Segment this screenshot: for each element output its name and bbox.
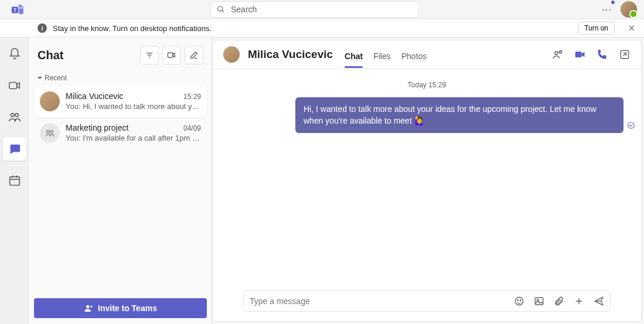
banner-close-button[interactable] [626, 23, 637, 33]
svg-point-26 [628, 122, 635, 129]
person-add-icon [84, 303, 93, 313]
video-icon [167, 50, 176, 60]
read-receipt-icon [627, 121, 635, 132]
video-icon [574, 49, 586, 60]
section-recent[interactable]: Recent [29, 70, 212, 86]
user-avatar[interactable] [621, 1, 637, 18]
audio-call-button[interactable] [597, 49, 608, 60]
compose-icon [189, 50, 199, 60]
people-icon [45, 128, 55, 138]
svg-point-28 [517, 300, 519, 301]
invite-label: Invite to Teams [98, 303, 157, 313]
svg-point-20 [50, 131, 53, 134]
tab-files[interactable]: Files [373, 48, 391, 68]
avatar [40, 91, 60, 111]
more-options-button[interactable]: ⋯ [601, 3, 612, 16]
svg-point-21 [86, 305, 89, 308]
plus-icon [574, 296, 584, 306]
chat-item-time: 15:29 [183, 93, 201, 101]
sidebar-title: Chat [38, 49, 137, 62]
svg-rect-8 [9, 83, 17, 89]
filter-icon [145, 50, 154, 60]
rail-chat[interactable] [3, 137, 26, 161]
chat-title: Milica Vucicevic [248, 48, 333, 61]
close-icon [628, 24, 636, 32]
composer-input[interactable] [250, 296, 508, 306]
chat-icon [8, 142, 21, 155]
message-text: Hi, I wanted to talk more about your ide… [304, 104, 597, 125]
banner-text: Stay in the know. Turn on desktop notifi… [53, 24, 572, 33]
emoji-icon [514, 296, 524, 306]
svg-rect-11 [10, 177, 20, 186]
popout-button[interactable] [619, 49, 631, 60]
svg-point-19 [47, 131, 50, 134]
svg-text:T: T [13, 8, 17, 13]
chat-item-name: Milica Vucicevic [66, 91, 123, 101]
new-chat-button[interactable] [185, 46, 203, 64]
svg-point-27 [515, 297, 523, 305]
search-icon [217, 5, 225, 13]
phone-icon [597, 49, 608, 60]
turn-on-button[interactable]: Turn on [578, 22, 615, 35]
message-outgoing[interactable]: Hi, I wanted to talk more about your ide… [295, 97, 623, 133]
popout-icon [619, 49, 631, 60]
emoji-button[interactable] [514, 296, 524, 306]
chat-item-name: Marketing project [66, 123, 128, 132]
chat-item-time: 04/09 [183, 124, 201, 132]
svg-point-4 [218, 6, 223, 11]
calendar-icon [8, 174, 21, 187]
app-rail [0, 37, 29, 324]
info-icon: i [38, 23, 47, 33]
rail-activity[interactable] [3, 42, 26, 66]
top-bar: T ⋯ [0, 0, 644, 19]
date-separator: Today 15:29 [230, 81, 623, 89]
message-composer[interactable] [243, 291, 611, 312]
send-icon [594, 296, 604, 306]
video-icon [8, 79, 21, 92]
chat-item-preview: You: Hi, I wanted to talk more about you… [66, 102, 201, 111]
svg-point-10 [15, 114, 18, 117]
bell-icon [8, 47, 21, 60]
svg-point-3 [22, 6, 24, 9]
chat-item-preview: You: I'm available for a call after 1pm … [66, 134, 201, 142]
chat-sidebar: Chat Recent Milica Vucicevic15:29 You: H… [29, 37, 212, 324]
svg-line-5 [222, 11, 224, 12]
svg-point-9 [11, 114, 14, 117]
svg-point-22 [555, 52, 558, 54]
people-icon [8, 111, 21, 124]
tab-chat[interactable]: Chat [345, 48, 363, 68]
chat-header: Milica Vucicevic Chat Files Photos [213, 40, 641, 69]
paperclip-icon [554, 296, 564, 306]
group-avatar [40, 123, 60, 143]
image-icon [534, 296, 544, 306]
invite-to-teams-button[interactable]: Invite to Teams [34, 298, 207, 318]
extensions-button[interactable] [574, 296, 584, 306]
chat-list-item[interactable]: Marketing project04/09 You: I'm availabl… [34, 117, 207, 149]
svg-rect-30 [535, 298, 543, 305]
chat-list-item[interactable]: Milica Vucicevic15:29 You: Hi, I wanted … [34, 86, 207, 117]
header-avatar[interactable] [223, 46, 240, 63]
rail-calendar[interactable] [3, 169, 26, 192]
svg-rect-18 [168, 53, 173, 57]
svg-rect-24 [575, 52, 582, 57]
people-add-icon [552, 49, 564, 60]
search-box[interactable] [210, 1, 419, 18]
filter-button[interactable] [140, 46, 159, 64]
chat-main: Milica Vucicevic Chat Files Photos Today… [212, 40, 642, 322]
teams-logo-icon: T [11, 3, 24, 16]
send-button[interactable] [594, 296, 604, 306]
rail-community[interactable] [3, 105, 26, 129]
tab-photos[interactable]: Photos [401, 48, 427, 68]
video-call-button[interactable] [574, 49, 586, 60]
svg-point-2 [19, 5, 22, 8]
svg-point-29 [520, 300, 522, 301]
rail-video[interactable] [3, 74, 26, 97]
add-people-button[interactable] [552, 49, 564, 60]
attach-button[interactable] [554, 296, 564, 306]
meet-now-button[interactable] [162, 46, 181, 64]
message-list: Today 15:29 Hi, I wanted to talk more ab… [213, 69, 641, 285]
search-input[interactable] [231, 5, 413, 14]
notification-banner: i Stay in the know. Turn on desktop noti… [0, 19, 644, 37]
image-button[interactable] [534, 296, 544, 306]
